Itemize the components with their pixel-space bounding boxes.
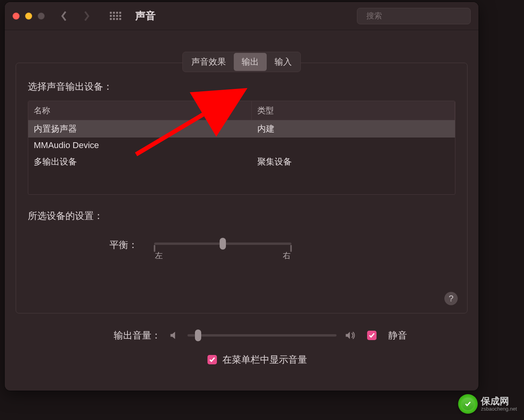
balance-slider[interactable]: 左 右 <box>154 238 291 261</box>
titlebar: 声音 <box>5 2 479 30</box>
close-window-button[interactable] <box>13 13 20 20</box>
watermark: 保成网 zsbaocheng.net <box>458 394 517 414</box>
minimize-window-button[interactable] <box>25 13 32 20</box>
window-controls <box>13 13 45 20</box>
sound-preferences-window: 声音 声音效果 输出 输入 选择声音输出设备： 名称 类型 内置扬声器 <box>5 2 479 391</box>
page-title: 声音 <box>135 9 156 23</box>
fullscreen-window-button[interactable] <box>38 13 45 20</box>
device-type: 聚集设备 <box>257 156 449 168</box>
balance-left-label: 左 <box>155 250 163 261</box>
tab-sound-effects[interactable]: 声音效果 <box>184 53 234 71</box>
table-row[interactable]: MMAudio Device <box>28 138 455 153</box>
help-button[interactable]: ? <box>444 292 458 305</box>
watermark-title: 保成网 <box>481 396 517 406</box>
watermark-badge-icon <box>458 394 478 414</box>
search-box[interactable] <box>357 8 471 24</box>
balance-slider-thumb[interactable] <box>220 238 226 250</box>
device-type: 内建 <box>257 123 449 135</box>
search-input[interactable] <box>366 11 466 20</box>
device-type <box>257 140 449 150</box>
output-volume-row: 输出音量： 静音 <box>16 329 468 342</box>
column-name[interactable]: 名称 <box>28 101 252 120</box>
check-icon <box>368 332 375 339</box>
check-icon <box>209 356 216 363</box>
table-header: 名称 类型 <box>28 101 455 120</box>
column-type[interactable]: 类型 <box>252 101 455 120</box>
content-area: 声音效果 输出 输入 选择声音输出设备： 名称 类型 内置扬声器 内建 MMAu… <box>5 30 479 313</box>
svg-point-0 <box>362 16 362 16</box>
search-icon <box>362 12 362 20</box>
tab-control: 声音效果 输出 输入 <box>16 52 468 72</box>
output-volume-label: 输出音量： <box>16 329 161 342</box>
table-row[interactable]: 内置扬声器 内建 <box>28 120 455 138</box>
device-table: 名称 类型 内置扬声器 内建 MMAudio Device 多输出设备 聚集设备 <box>28 101 455 195</box>
speaker-high-icon <box>344 330 355 341</box>
forward-icon[interactable] <box>83 11 90 22</box>
device-name: 内置扬声器 <box>34 123 257 135</box>
table-row[interactable]: 多输出设备 聚集设备 <box>28 153 455 170</box>
device-name: 多输出设备 <box>34 156 257 168</box>
balance-right-label: 右 <box>283 250 291 261</box>
output-panel: 选择声音输出设备： 名称 类型 内置扬声器 内建 MMAudio Device … <box>16 63 468 313</box>
show-in-menubar-checkbox[interactable] <box>207 355 217 364</box>
select-device-label: 选择声音输出设备： <box>28 80 455 93</box>
volume-slider[interactable] <box>187 334 337 337</box>
tab-output[interactable]: 输出 <box>234 53 267 71</box>
footer: 输出音量： 静音 在菜单栏中显示音量 <box>5 313 479 366</box>
all-preferences-icon[interactable] <box>110 12 121 20</box>
balance-label: 平衡： <box>28 238 138 251</box>
balance-row: 平衡： 左 右 <box>28 238 455 261</box>
mute-checkbox[interactable] <box>367 331 377 340</box>
show-in-menubar-row: 在菜单栏中显示音量 <box>16 353 468 366</box>
show-in-menubar-label: 在菜单栏中显示音量 <box>222 353 307 366</box>
back-icon[interactable] <box>60 11 67 22</box>
watermark-subtitle: zsbaocheng.net <box>481 406 517 412</box>
device-name: MMAudio Device <box>34 140 257 150</box>
tab-input[interactable]: 输入 <box>267 53 300 71</box>
volume-slider-thumb[interactable] <box>195 329 201 341</box>
selected-device-settings-label: 所选设备的设置： <box>28 210 455 222</box>
speaker-low-icon <box>169 330 180 341</box>
mute-label: 静音 <box>388 329 407 342</box>
nav-arrows <box>60 11 90 22</box>
